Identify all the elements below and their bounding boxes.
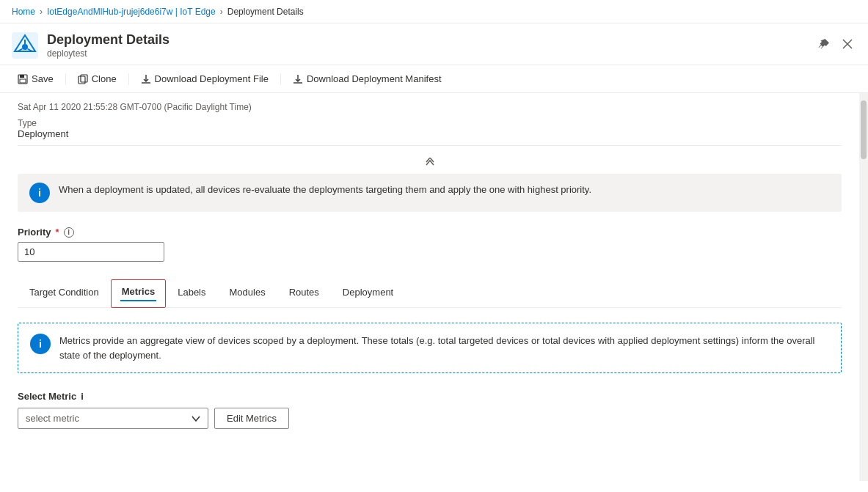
panel-subtitle: deploytest <box>47 48 169 59</box>
panel-title-block: Deployment Details deploytest <box>47 32 169 59</box>
svg-rect-9 <box>20 75 24 78</box>
toolbar-separator-2 <box>128 73 129 85</box>
metrics-info-banner: i Metrics provide an aggregate view of d… <box>18 323 842 373</box>
select-metric-controls: select metric Edit Metrics <box>18 408 842 429</box>
select-metric-dropdown[interactable]: select metric <box>18 408 208 429</box>
close-icon <box>842 38 853 50</box>
panel-header: Deployment Details deploytest <box>0 23 868 65</box>
panel-header-left: Deployment Details deploytest <box>12 32 169 59</box>
clone-icon <box>78 74 88 84</box>
info-banner: i When a deployment is updated, all devi… <box>18 174 842 212</box>
breadcrumb-sep2: › <box>220 7 223 17</box>
metrics-info-icon: i <box>30 334 51 354</box>
panel-title: Deployment Details <box>47 32 169 48</box>
select-metric-placeholder: select metric <box>26 413 79 424</box>
priority-info-icon[interactable]: i <box>64 227 74 238</box>
breadcrumb-home[interactable]: Home <box>12 7 35 17</box>
pin-button[interactable] <box>815 35 833 53</box>
info-icon: i <box>29 183 50 203</box>
priority-label: Priority * i <box>18 227 842 238</box>
breadcrumb-hub[interactable]: IotEdgeAndMlHub-jrujej6de6i7w | IoT Edge <box>47 7 216 17</box>
metrics-info-text: Metrics provide an aggregate view of dev… <box>59 334 829 362</box>
chevron-up-icon <box>425 158 435 168</box>
scrollbar-track[interactable] <box>859 93 868 481</box>
download-file-label: Download Deployment File <box>155 73 269 84</box>
type-label: Type Deployment <box>18 118 842 139</box>
tabs-bar: Target Condition Metrics Labels Modules … <box>18 279 842 308</box>
toolbar-separator-1 <box>65 73 66 85</box>
edit-metrics-button[interactable]: Edit Metrics <box>214 408 289 429</box>
svg-point-2 <box>22 44 28 50</box>
save-icon <box>18 74 28 84</box>
collapse-button[interactable] <box>18 158 842 168</box>
date-text: Sat Apr 11 2020 21:55:28 GMT-0700 (Pacif… <box>18 102 842 112</box>
priority-section: Priority * i <box>18 227 842 262</box>
tab-labels[interactable]: Labels <box>166 279 217 307</box>
breadcrumb-sep1: › <box>40 7 43 17</box>
clone-label: Clone <box>92 73 117 84</box>
select-metric-section: Select Metric i select metric Edit Metri… <box>18 391 842 429</box>
breadcrumb-current: Deployment Details <box>227 7 304 17</box>
download-file-button[interactable]: Download Deployment File <box>135 70 274 88</box>
main-content: Sat Apr 11 2020 21:55:28 GMT-0700 (Pacif… <box>0 93 868 481</box>
pin-icon <box>818 38 830 50</box>
tab-metrics[interactable]: Metrics <box>111 279 167 308</box>
azure-iot-edge-icon <box>12 32 38 59</box>
close-button[interactable] <box>839 35 856 53</box>
toolbar: Save Clone Download Deployment File Down… <box>0 65 868 93</box>
scroll-area[interactable]: Sat Apr 11 2020 21:55:28 GMT-0700 (Pacif… <box>0 93 859 481</box>
download-manifest-button[interactable]: Download Deployment Manifest <box>287 70 448 88</box>
select-metric-info-icon[interactable]: i <box>81 391 84 402</box>
download-manifest-icon <box>293 74 303 84</box>
toolbar-separator-3 <box>280 73 281 85</box>
select-metric-label: Select Metric i <box>18 391 842 402</box>
save-button[interactable]: Save <box>12 70 59 88</box>
tab-deployment[interactable]: Deployment <box>331 279 405 307</box>
download-file-icon <box>141 74 151 84</box>
tab-routes[interactable]: Routes <box>277 279 331 307</box>
save-label: Save <box>32 73 54 84</box>
scrollbar-thumb[interactable] <box>861 100 867 159</box>
priority-required: * <box>56 227 59 238</box>
tab-target-condition[interactable]: Target Condition <box>18 279 111 307</box>
info-banner-text: When a deployment is updated, all device… <box>59 183 591 197</box>
top-info-section: Sat Apr 11 2020 21:55:28 GMT-0700 (Pacif… <box>18 93 842 146</box>
tab-modules[interactable]: Modules <box>218 279 277 307</box>
dropdown-chevron-icon <box>192 416 200 422</box>
clone-button[interactable]: Clone <box>72 70 123 88</box>
download-manifest-label: Download Deployment Manifest <box>307 73 442 84</box>
svg-rect-10 <box>20 79 26 83</box>
breadcrumb: Home › IotEdgeAndMlHub-jrujej6de6i7w | I… <box>0 0 868 23</box>
priority-input[interactable] <box>18 242 164 262</box>
panel-header-actions <box>815 35 856 53</box>
